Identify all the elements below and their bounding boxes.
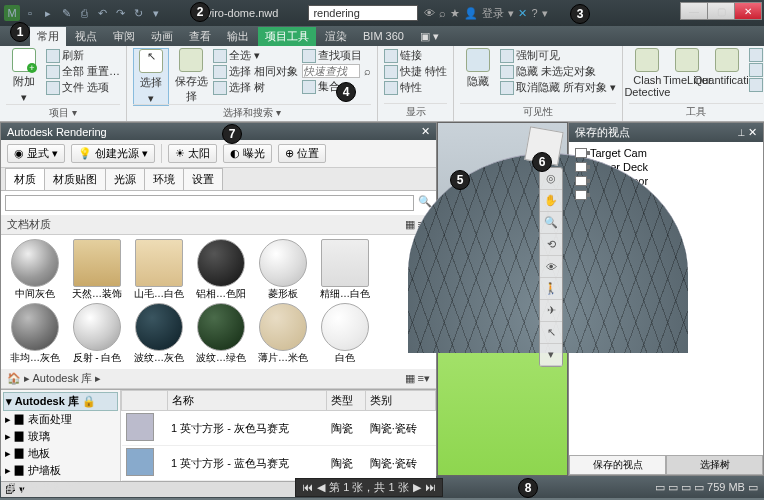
chevron-down-icon[interactable]: ▾ (542, 7, 548, 20)
library-root[interactable]: ▾ Autodesk 库 🔒 (3, 392, 118, 411)
star-icon[interactable]: ★ (450, 7, 460, 20)
tab-render[interactable]: 渲染 (318, 27, 354, 46)
panel-close-icon-2[interactable]: ✕ (748, 126, 757, 138)
selection-tree-button[interactable]: 选择 树 (213, 80, 298, 95)
panel-label-select[interactable]: 选择和搜索 ▾ (133, 104, 371, 120)
tab-materials[interactable]: 材质 (5, 168, 45, 190)
search-input[interactable] (308, 5, 418, 21)
library-breadcrumb[interactable]: 🏠 ▸ Autodesk 库 ▸ ▦ ≡▾ (1, 369, 436, 389)
panel-pin-icon[interactable]: ⟂ (738, 126, 745, 138)
tree-item-glass[interactable]: ▸ ▉ 玻璃 (3, 428, 118, 445)
material-swatch[interactable]: 波纹…绿色 (191, 303, 251, 365)
material-swatch[interactable]: 天然…装饰 (67, 239, 127, 301)
material-swatch[interactable]: 中间灰色 (5, 239, 65, 301)
refresh-icon[interactable]: ↻ (130, 5, 146, 21)
panel-label-project[interactable]: 项目 ▾ (6, 104, 120, 120)
tab-viewpoint[interactable]: 视点 (68, 27, 104, 46)
tab-lights[interactable]: 光源 (105, 168, 145, 190)
sun-button[interactable]: ☀太阳 (168, 144, 217, 163)
material-swatch[interactable]: 精细…白色 (315, 239, 375, 301)
select-all-button[interactable]: 全选 ▾ (213, 48, 298, 63)
require-button[interactable]: 强制可见 (500, 48, 616, 63)
tool-icon-1[interactable] (749, 48, 763, 62)
material-swatch[interactable]: 波纹…灰色 (129, 303, 189, 365)
col-type[interactable]: 类型 (327, 391, 366, 411)
grid-view-icon-2[interactable]: ▦ (405, 372, 415, 384)
tab-saved-vp[interactable]: 保存的视点 (569, 455, 666, 475)
qat-dropdown-icon[interactable]: ▾ (148, 5, 164, 21)
display-mode-button[interactable]: ◉显式 ▾ (7, 144, 65, 163)
tab-selection-tree[interactable]: 选择树 (666, 455, 763, 475)
quant-button[interactable]: Quantification (709, 48, 745, 86)
location-button[interactable]: ⊕位置 (278, 144, 326, 163)
tab-home[interactable]: 常用 (30, 27, 66, 46)
tab-review[interactable]: 审阅 (106, 27, 142, 46)
create-light-button[interactable]: 💡创建光源 ▾ (71, 144, 155, 163)
grid-view-icon[interactable]: ▦ (405, 218, 415, 230)
material-swatch[interactable]: 非均…灰色 (5, 303, 65, 365)
tab-settings[interactable]: 设置 (183, 168, 223, 190)
help-icon[interactable]: ? (531, 7, 537, 19)
hide-unselected-button[interactable]: 隐藏 未选定对象 (500, 64, 616, 79)
minimize-button[interactable]: — (680, 2, 708, 20)
lib-row-1[interactable]: 1 英寸方形 - 灰色马赛克陶瓷陶瓷·瓷砖 (122, 411, 436, 446)
maximize-button[interactable]: ▢ (707, 2, 735, 20)
quick-find-go-icon[interactable]: ⌕ (364, 65, 371, 77)
sheet-last-icon[interactable]: ⏭ (425, 481, 436, 493)
hide-button[interactable]: 隐藏 (460, 48, 496, 89)
pan-icon[interactable]: ✋ (540, 190, 562, 212)
exposure-button[interactable]: ◐曝光 (223, 144, 272, 163)
tab-project-tools[interactable]: 项目工具 (258, 27, 316, 46)
properties-button[interactable]: 特性 (384, 80, 447, 95)
material-swatch[interactable]: 铝相…色阳 (191, 239, 251, 301)
new-icon[interactable]: ▫ (22, 5, 38, 21)
file-options-button[interactable]: 文件 选项 (46, 80, 120, 95)
select-button[interactable]: ↖选择▾ (133, 48, 169, 106)
undo-icon[interactable]: ↶ (94, 5, 110, 21)
save-selection-button[interactable]: 保存选择 (173, 48, 209, 104)
tab-end-icon[interactable]: ▣ ▾ (413, 28, 446, 45)
sheet-next-icon[interactable]: ▶ (413, 481, 421, 494)
material-swatch[interactable]: 薄片…米色 (253, 303, 313, 365)
col-category[interactable]: 类别 (366, 391, 436, 411)
binoculars-icon[interactable]: 👁 (424, 7, 435, 19)
material-swatch[interactable]: 山毛…白色 (129, 239, 189, 301)
zoom-icon[interactable]: 🔍 (540, 212, 562, 234)
clash-button[interactable]: Clash Detective (629, 48, 665, 98)
material-search-input[interactable] (5, 195, 414, 211)
tab-env[interactable]: 环境 (144, 168, 184, 190)
find-items-button[interactable]: 查找项目 (302, 48, 371, 63)
walk-icon[interactable]: 🚶 (540, 278, 562, 300)
close-button[interactable]: ✕ (734, 2, 762, 20)
material-swatch[interactable]: 菱形板 (253, 239, 313, 301)
tab-output[interactable]: 输出 (220, 27, 256, 46)
dropdown-icon[interactable]: ▾ (508, 7, 514, 20)
tool-icon-2[interactable] (749, 63, 763, 77)
quick-find-input[interactable] (302, 64, 360, 78)
nav-more-icon[interactable]: ▾ (540, 344, 562, 366)
tree-item-surface[interactable]: ▸ ▉ 表面处理 (3, 411, 118, 428)
links-button[interactable]: 链接 (384, 48, 447, 63)
quick-props-button[interactable]: 快捷 特性 (384, 64, 447, 79)
refresh-button[interactable]: 刷新 (46, 48, 120, 63)
select-same-button[interactable]: 选择 相同对象 (213, 64, 298, 79)
fly-icon[interactable]: ✈ (540, 300, 562, 322)
tree-item-wainscot[interactable]: ▸ ▉ 护墙板 (3, 462, 118, 479)
col-name[interactable]: 名称 (167, 391, 326, 411)
append-button[interactable]: +附加▾ (6, 48, 42, 104)
lib-row-2[interactable]: 1 英寸方形 - 蓝色马赛克陶瓷陶瓷·瓷砖 (122, 446, 436, 481)
save-icon[interactable]: ✎ (58, 5, 74, 21)
panel-close-icon[interactable]: ✕ (421, 125, 430, 138)
reset-all-button[interactable]: 全部 重置… (46, 64, 120, 79)
tab-anim[interactable]: 动画 (144, 27, 180, 46)
open-icon[interactable]: ▸ (40, 5, 56, 21)
exchange-icon[interactable]: ✕ (518, 7, 527, 20)
list-view-icon-2[interactable]: ≡▾ (418, 372, 430, 384)
tab-bim360[interactable]: BIM 360 (356, 28, 411, 44)
tab-view[interactable]: 查看 (182, 27, 218, 46)
tool-icon-3[interactable] (749, 78, 763, 92)
look-icon[interactable]: 👁 (540, 256, 562, 278)
app-menu-icon[interactable]: M (4, 5, 20, 21)
orbit-icon[interactable]: ⟲ (540, 234, 562, 256)
material-swatch[interactable]: 白色 (315, 303, 375, 365)
